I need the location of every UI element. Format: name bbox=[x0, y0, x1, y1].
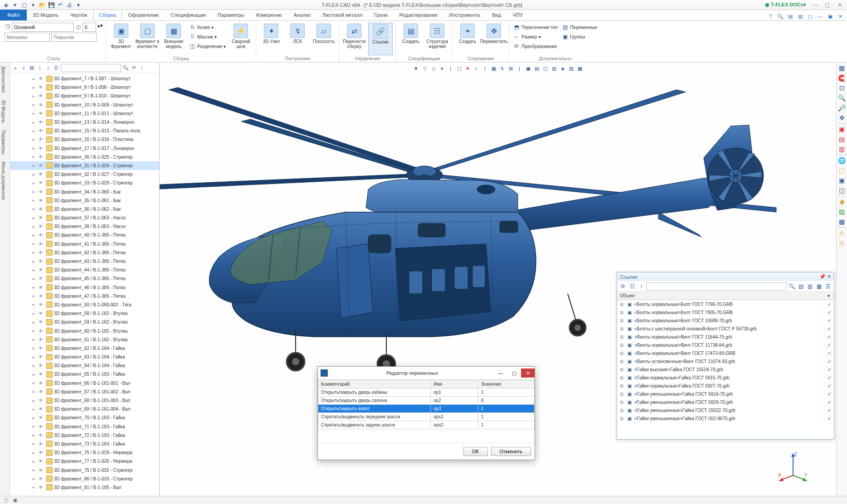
links-list[interactable]: ⊞▣<Болты нормальные>Болт ГОСТ 7798-70.GR… bbox=[617, 300, 834, 439]
tree-collapse-icon[interactable]: « bbox=[12, 64, 19, 72]
tree-item[interactable]: ▸👁3D фрагмент_58 / B-1-182 - Втулка bbox=[10, 309, 159, 318]
rt-red3-icon[interactable]: ▥ bbox=[837, 145, 847, 154]
undo-icon[interactable]: ↶ bbox=[56, 1, 64, 9]
tree-item[interactable]: ▸👁3D фрагмент_75 / B-1-029 - Нервюра bbox=[10, 448, 159, 457]
move-mate-button[interactable]: ✥Переместить bbox=[482, 23, 506, 55]
app-icon[interactable]: ◈ bbox=[2, 1, 10, 9]
variable-row[interactable]: Спрятать/выдвинуть переднее шассиops11 bbox=[318, 413, 535, 421]
ok-button[interactable]: OK bbox=[463, 447, 488, 456]
tree-item[interactable]: ▸👁3D фрагмент_34 / B-1-060 - Бак bbox=[10, 187, 159, 196]
variable-row[interactable]: Открыть/закрыть дверь салонаop20 bbox=[318, 397, 535, 405]
tree-item[interactable]: ▸👁3D фрагмент_10 / B-1-009 - Шпангоут bbox=[10, 101, 159, 109]
maximize-icon[interactable]: ▢ bbox=[822, 1, 833, 9]
tree-item[interactable]: ▸👁3D фрагмент_60 / B-1-182 - Втулка bbox=[10, 326, 159, 335]
minimize-icon[interactable]: — bbox=[810, 1, 821, 9]
tree-sort-icon[interactable]: ↕ bbox=[36, 64, 44, 72]
tree-item[interactable]: ▸👁3D фрагмент_31 / B-1-026 - Стрингер bbox=[10, 161, 159, 170]
external-model-button[interactable]: ▦Внешняя модель bbox=[161, 23, 186, 55]
vp-tool-15[interactable]: ◈ bbox=[559, 64, 567, 73]
vp-tool-7[interactable]: ✓ bbox=[472, 64, 481, 73]
material-input[interactable] bbox=[5, 33, 50, 42]
copy-button[interactable]: ⎘Копия ▾ bbox=[188, 23, 227, 32]
coating-input[interactable] bbox=[51, 33, 97, 42]
rt-globe-icon[interactable]: 🌐 bbox=[837, 156, 847, 165]
ribbon-tab[interactable]: Сборка bbox=[93, 10, 122, 20]
weld-button[interactable]: ⚡Сварной шов bbox=[229, 23, 253, 55]
rt-cube2-icon[interactable]: ▣ bbox=[837, 176, 847, 185]
vp-tool-14[interactable]: ▥ bbox=[550, 64, 558, 73]
link-item[interactable]: ⊞▣<Болты нормальные>Болт ГОСТ 15589-70.g… bbox=[617, 316, 834, 325]
tree-list-icon[interactable]: ☰ bbox=[53, 64, 60, 72]
mdi-restore-icon[interactable]: ▣ bbox=[826, 12, 834, 20]
vp-tool-10[interactable]: ⊞ bbox=[507, 64, 515, 73]
variable-row[interactable]: Открыть/закрыть капотop31 bbox=[318, 405, 535, 413]
lp-t3-icon[interactable]: ▦ bbox=[815, 282, 823, 291]
tree-item[interactable]: ▸👁3D фрагмент_80 / B-1-033 - Стрингер bbox=[10, 475, 159, 483]
link-item[interactable]: ⊞▣<Винты нормальные>Винт ГОСТ 17473-80.G… bbox=[617, 349, 834, 357]
plane-button[interactable]: ▱Плоскость bbox=[312, 23, 336, 55]
lp-header-object[interactable]: Объект bbox=[617, 292, 825, 300]
tree-item[interactable]: ▸👁3D фрагмент_59 / B-1-182 - Втулка bbox=[10, 318, 159, 326]
vp-tool-1[interactable]: ▼ bbox=[412, 64, 420, 73]
dialog-minimize-icon[interactable]: — bbox=[494, 368, 507, 378]
links-close-icon[interactable]: ✕ bbox=[827, 274, 831, 280]
rt-shade1-icon[interactable]: ◉ bbox=[837, 197, 847, 206]
left-vtab[interactable]: 3D Модель bbox=[0, 96, 7, 126]
dimension-button[interactable]: ↔Размер ▾ bbox=[512, 32, 559, 41]
rt-shade3-icon[interactable]: ▩ bbox=[837, 217, 847, 226]
rt-warn2-icon[interactable]: ⚠ bbox=[837, 238, 847, 247]
num-input[interactable] bbox=[83, 23, 96, 32]
tree-item[interactable]: ▸👁3D фрагмент_77 / B-1-030 - Нервюра bbox=[10, 457, 159, 465]
tree-item[interactable]: ▸👁3D фрагмент_62 / B-1-184 - Гайка bbox=[10, 344, 159, 353]
tree-item[interactable]: ▸👁3D фрагмент_16 / B-1-016 - Пластина bbox=[10, 135, 159, 144]
tree-item[interactable]: ▸👁3D фрагмент_38 / B-1-063 - Насос bbox=[10, 222, 159, 231]
link-item[interactable]: ⊞▣<Болты нормальные>Болт ГОСТ 7805-70.GR… bbox=[617, 308, 834, 316]
tree-item[interactable]: ▸👁3D фрагмент_36 / B-1-062 - Бак bbox=[10, 205, 159, 213]
dialog-close-icon[interactable]: ✕ bbox=[521, 368, 535, 378]
tree-item[interactable]: ▸👁3D фрагмент_73 / B-1-183 - Гайка bbox=[10, 440, 159, 448]
vp-tool-2[interactable]: ▽ bbox=[421, 64, 429, 73]
axis-gizmo[interactable]: Z X Y bbox=[777, 451, 809, 482]
ribbon-opt1-icon[interactable]: ▤ bbox=[786, 12, 794, 20]
link-item[interactable]: ⊞▣<Гайки уменьшенные>Гайка ГОСТ 15522-70… bbox=[617, 406, 834, 414]
vp-tool-13[interactable]: ◫ bbox=[541, 64, 550, 73]
ribbon-opt2-icon[interactable]: ▥ bbox=[796, 12, 804, 20]
tree-item[interactable]: ▸👁3D фрагмент_35 / B-1-061 - Бак bbox=[10, 196, 159, 205]
print-icon[interactable]: 🖨 bbox=[65, 1, 73, 9]
lp-t1-icon[interactable]: ▤ bbox=[797, 282, 805, 291]
ribbon-tab[interactable]: Редактирование bbox=[394, 10, 443, 20]
search-icon[interactable]: 🔍 bbox=[776, 12, 784, 20]
open-icon[interactable]: 📂 bbox=[38, 1, 46, 9]
tree-item[interactable]: ▸👁3D фрагмент_61 / B-1-182 - Втулка bbox=[10, 335, 159, 344]
3d-node-button[interactable]: ✦3D Узел bbox=[259, 23, 283, 55]
structure-button[interactable]: ☷Структура изделия bbox=[425, 23, 449, 55]
tree-item[interactable]: ▸👁3D фрагмент_71 / B-1-183 - Гайка bbox=[10, 422, 159, 431]
cancel-button[interactable]: Отменить bbox=[491, 447, 531, 456]
intersection-button[interactable]: ⬒Пересечение тел bbox=[512, 23, 559, 32]
ribbon-tab[interactable]: Инструменты bbox=[443, 10, 487, 20]
tree-item[interactable]: ▸👁3D фрагмент_50 / B-1-080-002 - Тяга bbox=[10, 300, 159, 309]
variables-table[interactable]: Комментарий Имя Значение Открыть/закрыть… bbox=[318, 380, 535, 429]
tree-body[interactable]: ▸👁3D фрагмент_7 / B-1-007 - Шпангоут▸👁3D… bbox=[10, 73, 159, 496]
rt-zoom-fit-icon[interactable]: ⊡ bbox=[837, 83, 847, 92]
tree-item[interactable]: ▸👁3D фрагмент_46 / B-1-385 - Пятка bbox=[10, 283, 159, 292]
link-item[interactable]: ⊞▣<Гайки нормальные>Гайка ГОСТ 5915-70.g… bbox=[617, 373, 834, 382]
rt-zoom-in-icon[interactable]: 🔍 bbox=[837, 93, 847, 102]
tree-item[interactable]: ▸👁3D фрагмент_9 / B-1-010 - Шпангоут bbox=[10, 92, 159, 100]
tree-item[interactable]: ▸👁3D фрагмент_44 / B-1-385 - Пятка bbox=[10, 266, 159, 274]
tree-search-input[interactable] bbox=[61, 64, 121, 72]
qat-dropdown-icon[interactable]: ▾ bbox=[11, 1, 19, 9]
link-item[interactable]: ⊞▣<Болты с шестигранной головкой>Болт ГО… bbox=[617, 325, 834, 333]
tree-item[interactable]: ▸👁3D фрагмент_13 / B-1-014 - Лонжерон bbox=[10, 118, 159, 126]
link-item[interactable]: ⊞▣<Болты нормальные>Болт ГОСТ 7798-70.GR… bbox=[617, 300, 834, 308]
qat-more-icon[interactable]: ▾ bbox=[74, 1, 83, 9]
tree-item[interactable]: ▸👁3D фрагмент_45 / B-1-385 - Пятка bbox=[10, 274, 159, 283]
dialog-maximize-icon[interactable]: ▢ bbox=[507, 368, 521, 378]
variable-row[interactable]: Спрятать/выдвинуть заднее шассиops21 bbox=[318, 421, 535, 429]
vp-tool-9[interactable]: ↯ bbox=[498, 64, 506, 73]
tree-item[interactable]: ▸👁3D фрагмент_66 / B-1-181-001 - Вал bbox=[10, 379, 159, 388]
links-button[interactable]: 🔗Ссылки bbox=[368, 23, 393, 55]
lp-search-icon[interactable]: 🔍 bbox=[788, 282, 796, 291]
link-item[interactable]: ⊞▣<Гайки уменьшенные>Гайка ГОСТ ISO 8675… bbox=[617, 414, 834, 422]
col-name[interactable]: Имя bbox=[431, 380, 478, 388]
